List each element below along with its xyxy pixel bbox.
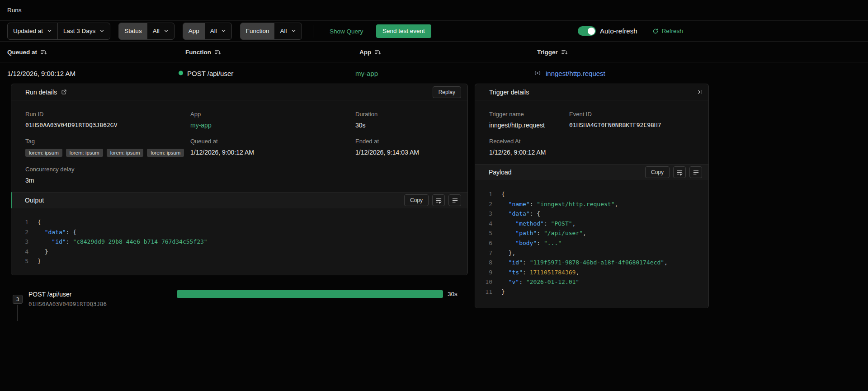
trigger-link[interactable]: inngest/http.request — [546, 69, 605, 77]
run-row[interactable]: 1/12/2026, 9:00:12 AM POST /api/user my-… — [0, 62, 868, 84]
run-row-app: my-app — [355, 69, 378, 77]
trace-connector — [17, 305, 18, 321]
trace-duration-label: 30s — [448, 291, 458, 297]
toggle-knob — [588, 28, 595, 35]
field-received-at: Received At 1/12/26, 9:00:12 AM — [489, 138, 569, 156]
code-line: 4 } — [11, 247, 467, 257]
sort-field-value: Updated at — [13, 28, 43, 34]
refresh-label: Refresh — [662, 28, 683, 34]
function-filter-control: Function All — [240, 23, 302, 40]
field-event-id: Event ID 01HSHA4GT0FN0NRBKTF92E98H7 — [569, 111, 701, 129]
code-line: 8 "id": "119f5971-9878-46bd-a18f-4f06801… — [475, 258, 708, 268]
line-number: 1 — [11, 217, 28, 227]
format-lines-icon — [452, 197, 458, 204]
copy-payload-button[interactable]: Copy — [645, 166, 670, 178]
trace-step-id: 01HS0AA03V04D91RTDQ3J86 — [28, 301, 107, 307]
field-queued-at: Queued at 1/12/2026, 9:00:12 AM — [190, 138, 355, 157]
app-filter-dropdown[interactable]: All — [205, 23, 231, 39]
app-link[interactable]: my-app — [190, 122, 355, 129]
output-section-header: Output Copy — [11, 192, 467, 208]
line-number: 6 — [475, 238, 492, 248]
trace-timeline: 3 POST /api/user 01HS0AA03V04D91RTDQ3J86… — [0, 289, 475, 321]
column-header-trigger[interactable]: Trigger — [537, 48, 568, 55]
filter-bar: Updated at Last 3 Days Status All App Al… — [0, 20, 868, 42]
chevron-down-icon — [47, 28, 52, 33]
app-link[interactable]: my-app — [355, 69, 378, 77]
refresh-icon — [652, 28, 659, 34]
code-line: 3 "data": { — [475, 209, 708, 219]
field-concurrency-delay: Concurrency delay 3m — [25, 166, 190, 184]
code-line: 11} — [475, 287, 708, 297]
replay-button[interactable]: Replay — [433, 86, 461, 98]
line-number: 4 — [11, 247, 28, 257]
code-line: 5} — [11, 256, 467, 266]
run-details-header: Run details Replay — [11, 84, 467, 100]
external-link-icon[interactable] — [61, 89, 67, 95]
code-line: 10 "v": "2026-01-12.01" — [475, 277, 708, 287]
function-filter-dropdown[interactable]: All — [274, 23, 301, 39]
step-count-badge[interactable]: 3 — [13, 295, 23, 304]
trigger-details-fields: Trigger name inngest/http.request Event … — [489, 100, 701, 156]
wrap-text-button[interactable] — [432, 194, 445, 206]
line-number: 5 — [11, 256, 28, 266]
code-line: 2 "name": "inngest/http.request", — [475, 199, 708, 209]
status-filter-dropdown[interactable]: All — [147, 23, 174, 39]
output-code-block: 1{2 "data": {3 "id": "c8429dd9-29b8-44e6… — [11, 209, 467, 275]
time-range-dropdown[interactable]: Last 3 Days — [58, 23, 110, 39]
column-header-app[interactable]: App — [359, 48, 381, 55]
code-line: 3 "id": "c8429dd9-29b8-44e6-b714-767d34c… — [11, 237, 467, 247]
output-title: Output — [25, 197, 44, 204]
auto-refresh-toggle[interactable] — [578, 26, 596, 36]
trace-step-name: POST /api/user — [28, 291, 71, 298]
sort-icon — [214, 48, 221, 55]
sort-icon — [40, 48, 47, 55]
code-line: 9 "ts": 1711051784369, — [475, 268, 708, 278]
line-number: 3 — [475, 209, 492, 219]
status-dot-icon — [179, 71, 183, 75]
app-filter-value: All — [210, 28, 217, 34]
run-id-value: 01HS0AA03V04D91RTDQ3J862GV — [25, 122, 190, 128]
chevron-down-icon — [221, 28, 226, 33]
refresh-controls: Auto-refresh Refresh — [578, 21, 683, 41]
function-filter-label: Function — [241, 23, 275, 39]
app-filter-control: App All — [183, 23, 232, 40]
wrap-text-button[interactable] — [673, 166, 686, 178]
show-query-button[interactable]: Show Query — [330, 28, 363, 34]
line-number: 5 — [475, 228, 492, 238]
collapse-panel-button[interactable] — [695, 89, 702, 95]
collapse-panel-icon — [695, 89, 702, 95]
wrap-text-icon — [676, 169, 683, 176]
run-row-function: POST /api/user — [179, 69, 233, 77]
trigger-details-header: Trigger details — [475, 84, 708, 100]
format-text-button[interactable] — [448, 194, 461, 206]
field-trigger-name: Trigger name inngest/http.request — [489, 111, 569, 129]
tag-chip: lorem: ipsum — [25, 149, 62, 157]
refresh-button[interactable]: Refresh — [652, 28, 683, 34]
column-header-queued-at[interactable]: Queued at — [7, 48, 47, 55]
top-bar: Runs — [0, 0, 868, 20]
trace-duration-bar[interactable] — [177, 290, 443, 298]
line-number: 3 — [11, 237, 28, 247]
format-text-button[interactable] — [689, 166, 702, 178]
line-number: 4 — [475, 219, 492, 229]
payload-section-header: Payload Copy — [475, 164, 708, 180]
send-test-event-button[interactable]: Send test event — [376, 24, 431, 38]
sort-range-control: Updated at Last 3 Days — [7, 23, 110, 40]
code-line: 1{ — [475, 189, 708, 199]
payload-title: Payload — [489, 169, 512, 176]
line-number: 8 — [475, 258, 492, 268]
line-number: 9 — [475, 268, 492, 278]
code-line: 2 "data": { — [11, 227, 467, 237]
trigger-details-panel: Trigger details Trigger name inngest/htt… — [475, 84, 709, 308]
field-app: App my-app — [190, 111, 355, 129]
column-header-function[interactable]: Function — [185, 48, 221, 55]
page-title: Runs — [7, 7, 22, 14]
copy-output-button[interactable]: Copy — [404, 194, 429, 206]
run-details-panel: Run details Replay Run ID 01HS0AA03V04D9… — [11, 84, 468, 275]
sort-field-dropdown[interactable]: Updated at — [8, 23, 57, 39]
format-lines-icon — [693, 169, 699, 176]
run-details-title: Run details — [25, 89, 67, 96]
trace-lead-line — [134, 294, 177, 294]
code-line: 4 "method": "POST", — [475, 219, 708, 229]
trigger-details-title: Trigger details — [489, 89, 529, 96]
